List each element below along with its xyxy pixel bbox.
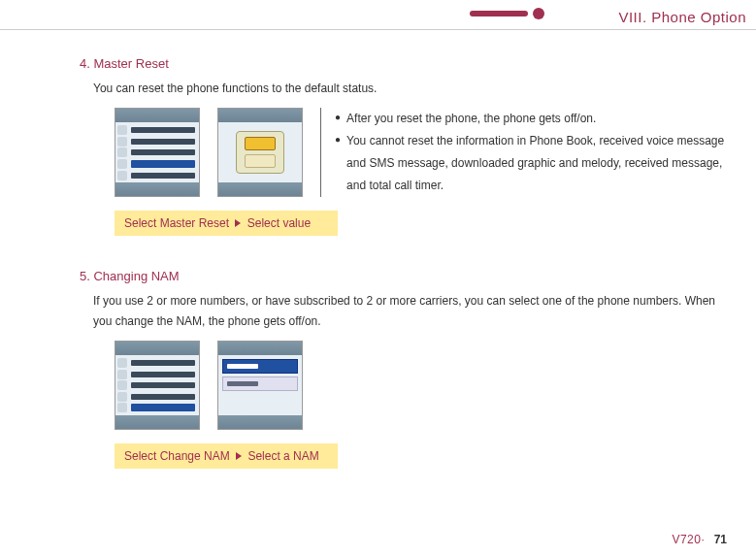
bullet-dot-icon: ● xyxy=(335,130,341,148)
phone-screenshot-menu xyxy=(115,108,200,197)
caption-master-reset: Select Master Reset Select value xyxy=(115,211,338,236)
section5-figure-row xyxy=(115,341,725,430)
accent-bar xyxy=(470,11,528,16)
caption-part-a: Select Master Reset xyxy=(124,216,229,230)
section4-intro: You can reset the phone functions to the… xyxy=(93,79,725,98)
triangle-right-icon xyxy=(236,452,242,460)
section4-figure-row: ● After you reset the phone, the phone g… xyxy=(115,108,725,197)
section4-bullets: ● After you reset the phone, the phone g… xyxy=(335,108,725,196)
phone-screenshot-reset-dialog xyxy=(217,108,303,197)
phone-screenshot-nam-select xyxy=(217,341,303,430)
header-rule xyxy=(0,29,756,30)
page-header: VIII. Phone Option xyxy=(0,6,756,31)
triangle-right-icon xyxy=(235,219,241,227)
bullet-dot-icon: ● xyxy=(335,108,341,126)
chapter-title: VIII. Phone Option xyxy=(618,9,746,25)
caption-part-b: Select a NAM xyxy=(247,449,318,463)
caption-part-b: Select value xyxy=(247,216,311,230)
vertical-divider xyxy=(320,108,321,197)
section-title-master-reset: 4. Master Reset xyxy=(80,56,725,71)
caption-changing-nam: Select Change NAM Select a NAM xyxy=(115,443,338,469)
section5-intro: If you use 2 or more numbers, or have su… xyxy=(93,291,725,331)
bullet-text: After you reset the phone, the phone get… xyxy=(346,108,596,130)
page-number: 71 xyxy=(714,533,727,546)
model-number: V720· xyxy=(672,533,705,546)
phone-screenshot-nam-menu xyxy=(115,341,200,430)
caption-part-a: Select Change NAM xyxy=(124,449,230,463)
section-title-changing-nam: 5. Changing NAM xyxy=(80,269,725,283)
bullet-text: You cannot reset the information in Phon… xyxy=(346,130,725,196)
page-content: 4. Master Reset You can reset the phone … xyxy=(80,56,725,469)
page-footer: V720· 71 xyxy=(672,533,727,546)
accent-dot xyxy=(533,8,544,19)
